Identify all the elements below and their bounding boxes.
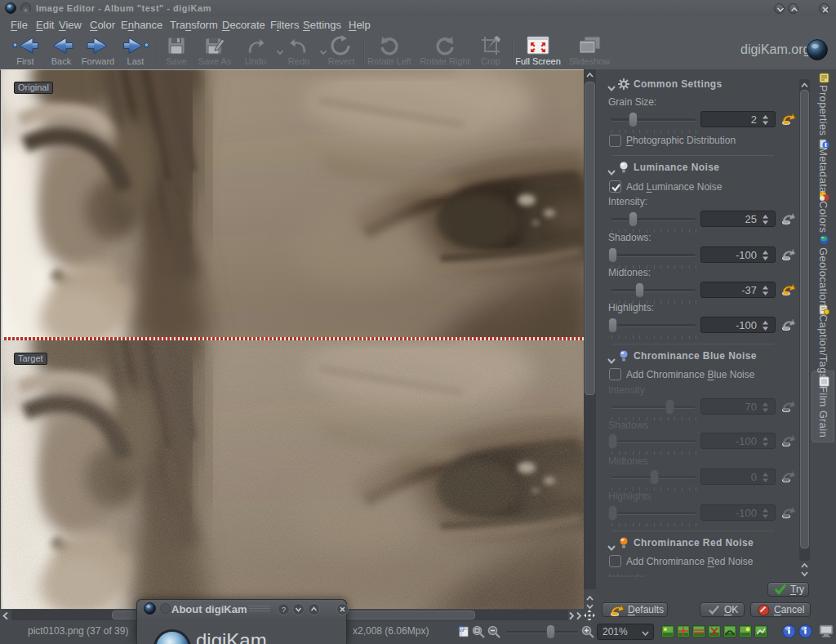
svg-text:?: ?	[282, 606, 286, 614]
